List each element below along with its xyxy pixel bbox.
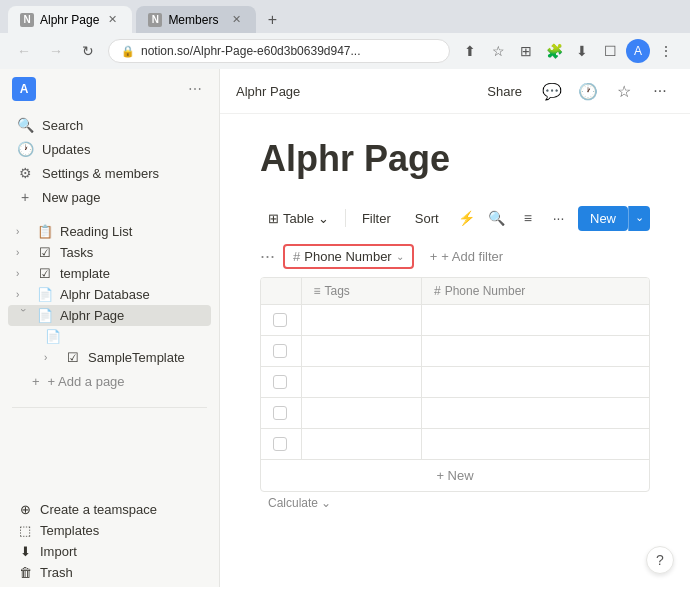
row2-checkbox[interactable] (273, 344, 287, 358)
help-button[interactable]: ? (646, 546, 674, 574)
sidebar-item-search[interactable]: 🔍 Search (8, 113, 211, 137)
sidebar-item-sample-template[interactable]: › ☑ SampleTemplate (8, 347, 211, 368)
row5-checkbox[interactable] (273, 437, 287, 451)
extensions-icon[interactable]: ⊞ (514, 39, 538, 63)
tab-alphr-page[interactable]: N Alphr Page ✕ (8, 6, 132, 33)
browser-chrome: N Alphr Page ✕ N Members ✕ + ← → ↻ 🔒 not… (0, 0, 690, 69)
search-icon: 🔍 (16, 117, 34, 133)
row4-checkbox-cell[interactable] (261, 398, 301, 429)
share-addr-icon[interactable]: ⬆ (458, 39, 482, 63)
sidebar-item-import[interactable]: ⬇ Import (8, 541, 211, 562)
menu-icon[interactable]: ⋮ (654, 39, 678, 63)
alphr-page-label: Alphr Page (60, 308, 203, 323)
sidebar-item-updates[interactable]: 🕐 Updates (8, 137, 211, 161)
more-toolbar-icon[interactable]: ··· (547, 204, 570, 232)
sidebar-item-create-teamspace[interactable]: ⊕ Create a teamspace (8, 499, 211, 520)
search-toolbar-icon[interactable]: 🔍 (485, 204, 508, 232)
settings-icon: ⚙ (16, 165, 34, 181)
sort-button[interactable]: Sort (407, 207, 447, 230)
sidebar-item-template[interactable]: › ☑ template (8, 263, 211, 284)
sample-template-label: SampleTemplate (88, 350, 203, 365)
table-view-button[interactable]: ⊞ Table ⌄ (260, 207, 337, 230)
table-row (261, 429, 649, 460)
row2-phone-cell[interactable] (421, 336, 649, 367)
phone-number-filter-chip[interactable]: # Phone Number ⌄ (283, 244, 414, 269)
page-header-actions: Share 💬 🕐 ☆ ··· (479, 77, 674, 105)
share-button[interactable]: Share (479, 80, 530, 103)
sidebar-item-templates[interactable]: ⬚ Templates (8, 520, 211, 541)
tab-members[interactable]: N Members ✕ (136, 6, 256, 33)
calculate-bar[interactable]: Calculate ⌄ (260, 492, 650, 514)
row3-phone-cell[interactable] (421, 367, 649, 398)
tab-title: Alphr Page (40, 13, 99, 27)
row5-tags-cell[interactable] (301, 429, 421, 460)
trash-label: Trash (40, 565, 203, 580)
bolt-icon[interactable]: ⚡ (455, 204, 478, 232)
sidebar-sub-item[interactable]: 📄 (8, 326, 211, 347)
sidebar-item-new-page[interactable]: + New page (8, 185, 211, 209)
forward-button[interactable]: → (44, 39, 68, 63)
sidebar-header: A ⋯ (0, 69, 219, 109)
page-body: Alphr Page ⊞ Table ⌄ Filter Sort ⚡ 🔍 ≡ ·… (220, 114, 690, 587)
row1-phone-cell[interactable] (421, 305, 649, 336)
filter-button[interactable]: Filter (354, 207, 399, 230)
new-row-label: + New (436, 468, 473, 483)
row2-checkbox-cell[interactable] (261, 336, 301, 367)
sidebar-item-trash[interactable]: 🗑 Trash (8, 562, 211, 583)
download-icon[interactable]: ⬇ (570, 39, 594, 63)
row1-checkbox-cell[interactable] (261, 305, 301, 336)
table-row (261, 367, 649, 398)
tab-close-icon[interactable]: ✕ (105, 12, 120, 27)
row1-tags-cell[interactable] (301, 305, 421, 336)
tags-column-label: Tags (325, 284, 350, 298)
row2-tags-cell[interactable] (301, 336, 421, 367)
row5-phone-cell[interactable] (421, 429, 649, 460)
add-page-item[interactable]: + + Add a page (16, 370, 203, 393)
tags-column-header[interactable]: ≡ Tags (301, 278, 421, 305)
new-record-chevron[interactable]: ⌄ (628, 206, 650, 231)
new-tab-button[interactable]: + (260, 8, 284, 32)
tab2-close-icon[interactable]: ✕ (229, 12, 244, 27)
sidebar-item-settings[interactable]: ⚙ Settings & members (8, 161, 211, 185)
row5-checkbox-cell[interactable] (261, 429, 301, 460)
new-page-icon: + (16, 189, 34, 205)
sidebar-item-alphr-database[interactable]: › 📄 Alphr Database (8, 284, 211, 305)
help-icon: ? (656, 552, 664, 568)
new-row-button[interactable]: + New (261, 459, 649, 491)
row3-checkbox[interactable] (273, 375, 287, 389)
chevron-sample-icon: › (44, 352, 58, 363)
sidebar-nav: 🔍 Search 🕐 Updates ⚙ Settings & members … (0, 109, 219, 213)
sidebar-item-alphr-page[interactable]: › 📄 Alphr Page (8, 305, 211, 326)
url-bar[interactable]: 🔒 notion.so/Alphr-Page-e60d3b0639d947... (108, 39, 450, 63)
clock-icon[interactable]: 🕐 (574, 77, 602, 105)
filter-more-button[interactable]: ··· (260, 246, 275, 267)
lock-icon: 🔒 (121, 45, 135, 58)
new-record-button[interactable]: New (578, 206, 628, 231)
row4-phone-cell[interactable] (421, 398, 649, 429)
template-label: template (60, 266, 203, 281)
chevron-alphr-page-icon: › (18, 309, 29, 323)
sidebar-item-reading-list[interactable]: › 📋 Reading List (8, 221, 211, 242)
alphr-page-icon: 📄 (36, 308, 54, 323)
row3-checkbox-cell[interactable] (261, 367, 301, 398)
comment-icon[interactable]: 💬 (538, 77, 566, 105)
add-filter-button[interactable]: + + Add filter (422, 246, 511, 267)
window-icon[interactable]: ☐ (598, 39, 622, 63)
back-button[interactable]: ← (12, 39, 36, 63)
refresh-button[interactable]: ↻ (76, 39, 100, 63)
settings-toolbar-icon[interactable]: ≡ (516, 204, 539, 232)
row4-tags-cell[interactable] (301, 398, 421, 429)
sidebar-item-tasks[interactable]: › ☑ Tasks (8, 242, 211, 263)
row1-checkbox[interactable] (273, 313, 287, 327)
more-icon[interactable]: ··· (646, 77, 674, 105)
row4-checkbox[interactable] (273, 406, 287, 420)
star-icon[interactable]: ☆ (610, 77, 638, 105)
sidebar-expand-icon[interactable]: ⋯ (183, 77, 207, 101)
phone-column-header[interactable]: # Phone Number (421, 278, 649, 305)
row3-tags-cell[interactable] (301, 367, 421, 398)
workspace-icon[interactable]: A (12, 77, 36, 101)
bookmark-icon[interactable]: ☆ (486, 39, 510, 63)
puzzle-icon[interactable]: 🧩 (542, 39, 566, 63)
checkbox-column-header (261, 278, 301, 305)
profile-icon[interactable]: A (626, 39, 650, 63)
